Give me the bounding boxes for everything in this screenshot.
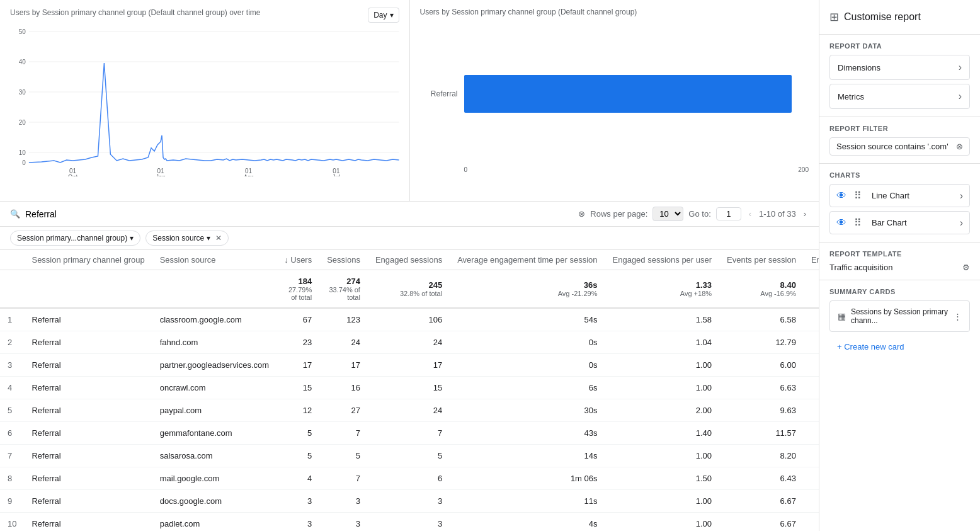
col-avg-engagement[interactable]: Average engagement time per session — [450, 250, 605, 270]
dimensions-chevron: › — [959, 62, 962, 73]
total-events-per-session: 8.40 Avg -16.9% — [719, 270, 804, 309]
dimensions-label: Dimensions — [838, 63, 880, 72]
table-row: 7 Referral salsarosa.com 5 5 5 14s 1.00 … — [0, 445, 819, 467]
template-section-label: REPORT TEMPLATE — [829, 250, 970, 258]
template-name: Traffic acquisition — [829, 263, 892, 272]
report-filter-label: REPORT FILTER — [829, 125, 970, 132]
total-engagement-rate: 89.42% Avg -2.8% — [804, 270, 819, 309]
total-engaged-per-user: 1.33 Avg +18% — [605, 270, 720, 309]
col-channel[interactable]: Session primary channel group — [24, 250, 152, 270]
clear-search-icon[interactable]: ⊗ — [578, 209, 585, 219]
metrics-row[interactable]: Metrics › — [829, 84, 970, 109]
line-chart-chevron: › — [960, 190, 963, 202]
col-users[interactable]: ↓ Users — [276, 250, 319, 270]
filter-chip-source-close[interactable]: ✕ — [215, 234, 222, 243]
bar-axis-start: 0 — [464, 166, 468, 173]
svg-text:0: 0 — [22, 159, 26, 166]
svg-text:50: 50 — [19, 28, 26, 35]
table-row: 8 Referral mail.google.com 4 7 6 1m 06s … — [0, 467, 819, 490]
svg-text:30: 30 — [19, 89, 26, 96]
table-row: 5 Referral paypal.com 12 27 24 30s 2.00 … — [0, 399, 819, 422]
data-table: Session primary channel group Session so… — [0, 250, 819, 531]
summary-card-item: ▦ Sessions by Session primary chann... ⋮ — [829, 300, 970, 332]
summary-cards-section: SUMMARY CARDS ▦ Sessions by Session prim… — [819, 280, 980, 364]
col-source[interactable]: Session source — [152, 250, 276, 270]
line-chart-title: Users by Session primary channel group (… — [10, 8, 261, 17]
filter-row: Session primary...channel group) ▾ Sessi… — [0, 227, 819, 250]
svg-text:Oct: Oct — [68, 174, 78, 176]
bar-label: Referral — [420, 89, 458, 98]
summary-card-menu-icon[interactable]: ⋮ — [954, 312, 962, 321]
table-row: 4 Referral oncrawl.com 15 16 15 6s 1.00 … — [0, 377, 819, 399]
rows-per-page-select[interactable]: 10 25 50 — [652, 207, 683, 221]
search-icon: 🔍 — [10, 209, 20, 219]
search-input[interactable] — [25, 209, 573, 219]
grid-icon-bar: ⠿ — [854, 217, 867, 229]
metrics-chevron: › — [959, 91, 962, 102]
filter-input-wrap[interactable]: Session source contains '.com' ⊗ — [829, 137, 970, 156]
panel-title: Customise report — [844, 11, 921, 23]
charts-panel: CHARTS 👁 ⠿ Line Chart › 👁 ⠿ Bar Chart › — [819, 164, 980, 243]
total-avg-engagement: 36s Avg -21.29% — [450, 270, 605, 309]
filter-chip-channel[interactable]: Session primary...channel group) ▾ — [10, 231, 140, 246]
bar-chart-option-label: Bar Chart — [872, 218, 955, 227]
svg-text:Jan: Jan — [156, 174, 166, 176]
summary-card-text: Sessions by Session primary chann... — [851, 307, 949, 325]
bar-chart-option[interactable]: 👁 ⠿ Bar Chart › — [829, 211, 970, 234]
svg-text:10: 10 — [19, 149, 26, 156]
create-card-label: + Create new card — [837, 342, 904, 351]
summary-cards-label: SUMMARY CARDS — [829, 288, 970, 295]
template-section: REPORT TEMPLATE Traffic acquisition ⚙ — [819, 243, 980, 280]
filter-chip-source-label: Session source — [152, 234, 204, 243]
svg-text:Jul: Jul — [333, 174, 341, 176]
next-page-button[interactable]: › — [801, 208, 809, 220]
report-data-label: REPORT DATA — [829, 42, 970, 50]
prev-page-button[interactable]: ‹ — [746, 208, 754, 220]
table-row: 6 Referral gemmafontane.com 5 7 7 43s 1.… — [0, 422, 819, 445]
table-row: 9 Referral docs.google.com 3 3 3 11s 1.0… — [0, 490, 819, 513]
charts-label: CHARTS — [829, 171, 970, 179]
filter-clear-icon[interactable]: ⊗ — [956, 142, 963, 151]
col-sessions[interactable]: Sessions — [319, 250, 368, 270]
total-engaged-sessions: 245 32.8% of total — [368, 270, 450, 309]
day-select[interactable]: Day ▾ — [368, 8, 399, 23]
line-chart-option[interactable]: 👁 ⠿ Line Chart › — [829, 184, 970, 207]
table-row: 10 Referral padlet.com 3 3 3 4s 1.00 6.6… — [0, 513, 819, 532]
line-chart-option-label: Line Chart — [872, 191, 955, 200]
col-engaged-per-user[interactable]: Engaged sessions per user — [605, 250, 720, 270]
col-engaged-sessions[interactable]: Engaged sessions — [368, 250, 450, 270]
right-panel: ⊞ Customise report REPORT DATA Dimension… — [819, 0, 980, 531]
svg-text:40: 40 — [19, 59, 26, 66]
line-chart-canvas: 50 40 30 20 10 0 01 Oct 01 Jan 01 — [10, 25, 399, 176]
search-bar: 🔍 ⊗ Rows per page: 10 25 50 Go to: ‹ 1-1… — [0, 202, 819, 227]
eye-icon-line: 👁 — [836, 190, 849, 202]
metrics-label: Metrics — [838, 92, 864, 101]
col-num — [0, 250, 24, 270]
eye-icon-bar: 👁 — [836, 217, 849, 229]
total-users: 184 27.79% of total — [276, 270, 319, 309]
bar-chart-chevron: › — [960, 217, 963, 229]
go-to-input[interactable] — [716, 207, 741, 220]
grid-icon-line: ⠿ — [854, 190, 867, 202]
rows-per-page-label: Rows per page: — [590, 209, 647, 219]
dimensions-row[interactable]: Dimensions › — [829, 55, 970, 80]
panel-header: ⊞ Customise report — [819, 0, 980, 35]
svg-text:20: 20 — [19, 119, 26, 126]
template-edit-icon[interactable]: ⚙ — [962, 263, 970, 272]
bar-axis-end: 200 — [798, 166, 809, 173]
filter-chip-source[interactable]: Session source ▾ ✕ — [145, 231, 229, 246]
create-new-card-button[interactable]: + Create new card — [829, 337, 970, 357]
report-data-section: REPORT DATA Dimensions › Metrics › — [819, 35, 980, 117]
go-to-label: Go to: — [688, 209, 710, 219]
report-filter-section: REPORT FILTER Session source contains '.… — [819, 117, 980, 164]
filter-chip-channel-label: Session primary...channel group) — [17, 234, 127, 243]
svg-text:Apr: Apr — [244, 174, 254, 176]
table-row: 3 Referral partner.googleadservices.com … — [0, 354, 819, 377]
col-engagement-rate[interactable]: Engagement rate — [804, 250, 819, 270]
total-sessions: 274 33.74% of total — [319, 270, 368, 309]
table-row: 2 Referral fahnd.com 23 24 24 0s 1.04 12… — [0, 331, 819, 354]
customise-icon: ⊞ — [829, 10, 839, 24]
totals-row: 184 27.79% of total 274 33.74% of total … — [0, 270, 819, 309]
col-events-per-session[interactable]: Events per session — [719, 250, 804, 270]
table-row: 1 Referral classroom.google.com 67 123 1… — [0, 308, 819, 331]
